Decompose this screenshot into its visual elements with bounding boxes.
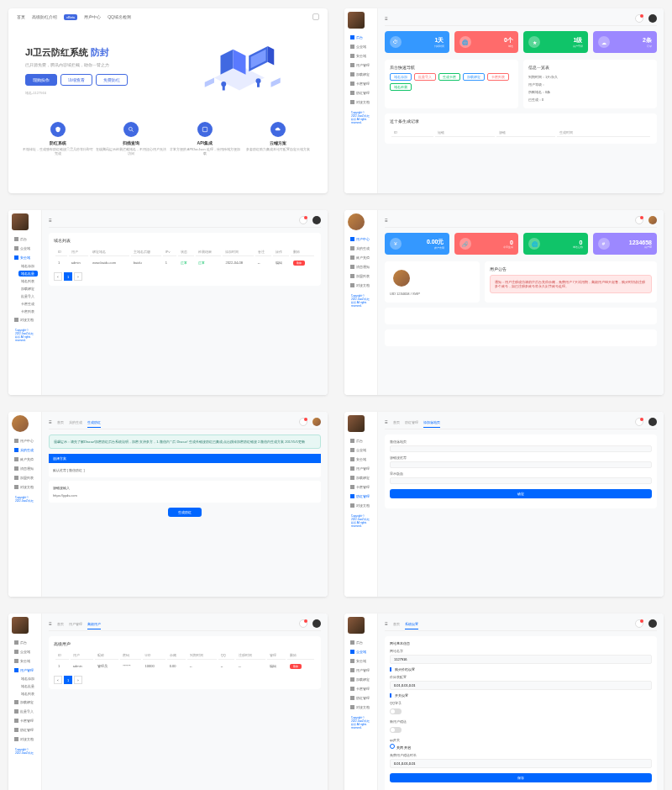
- nav-item[interactable]: 后台: [12, 639, 38, 646]
- toggle-switch[interactable]: [390, 708, 402, 714]
- hamburger-icon[interactable]: ☰: [385, 622, 388, 626]
- avatar[interactable]: [348, 213, 365, 230]
- avatar-small[interactable]: [648, 216, 657, 224]
- tag-link[interactable]: 域名检测: [390, 83, 412, 91]
- nav-item[interactable]: 消息通知: [12, 465, 38, 472]
- nav-item[interactable]: 我的生成: [12, 446, 38, 454]
- nav-item[interactable]: 卡密管理: [348, 80, 374, 87]
- nav-item[interactable]: 企业域: [12, 648, 38, 656]
- table-row[interactable]: 1adminwww.baidu.combaidu1正常正常2022-04-08-…: [55, 258, 314, 267]
- nav-item[interactable]: 对接文档: [348, 282, 374, 289]
- bell-icon[interactable]: [635, 14, 643, 23]
- nav-item[interactable]: 安全域: [348, 657, 374, 665]
- nav-item[interactable]: 安全域: [12, 254, 38, 261]
- bell-icon[interactable]: [635, 216, 643, 224]
- toggle-switch[interactable]: [390, 727, 402, 733]
- avatar-small[interactable]: [312, 619, 321, 628]
- hamburger-icon[interactable]: ☰: [385, 219, 388, 223]
- nav-item[interactable]: 对接文档: [12, 483, 38, 491]
- nav-item[interactable]: 消息通知: [348, 263, 374, 271]
- page-next[interactable]: ›: [74, 272, 82, 281]
- page-prev[interactable]: ‹: [54, 676, 62, 684]
- hamburger-icon[interactable]: ☰: [49, 219, 52, 223]
- submit-button[interactable]: 确定: [390, 489, 652, 498]
- nav-item[interactable]: 安全域: [12, 657, 38, 665]
- nav-item[interactable]: 加载绑定: [348, 71, 374, 78]
- avatar-small[interactable]: [648, 14, 657, 23]
- avatar[interactable]: [348, 415, 365, 432]
- nav-item[interactable]: 企业域: [348, 446, 374, 454]
- bell-icon[interactable]: [299, 418, 307, 426]
- nav-item[interactable]: 安全域: [348, 52, 374, 60]
- text-input[interactable]: 1127916: [390, 655, 652, 664]
- nav-item[interactable]: 卡密管理: [348, 685, 374, 693]
- primary-cta-button[interactable]: 现购操作: [25, 74, 57, 86]
- nav-item[interactable]: 企业域: [12, 245, 38, 252]
- nav-item[interactable]: 防红管理: [12, 726, 38, 734]
- nav-item[interactable]: 卡密管理: [12, 717, 38, 724]
- avatar-small[interactable]: [312, 418, 321, 426]
- radio-button[interactable]: [390, 744, 395, 749]
- avatar-small[interactable]: [312, 216, 321, 224]
- avatar-small[interactable]: [648, 619, 657, 628]
- submenu-item[interactable]: 域名批量: [18, 271, 38, 276]
- nav-item[interactable]: 加盟列表: [348, 272, 374, 280]
- nav-item[interactable]: 用户管理: [12, 666, 38, 674]
- delete-button[interactable]: 删除: [290, 664, 302, 669]
- nav-item[interactable]: 加载绑定: [348, 676, 374, 683]
- text-input[interactable]: 0.01,0.01,0.01: [390, 759, 652, 768]
- outline-button[interactable]: 免费防红: [96, 74, 128, 86]
- page-prev[interactable]: ‹: [54, 272, 62, 281]
- nav-item[interactable]: 对接文档: [348, 502, 374, 509]
- nav-item[interactable]: 对接文档: [12, 316, 38, 324]
- nav-item[interactable]: 用户中心: [12, 437, 38, 445]
- nav-item[interactable]: 企业域: [348, 43, 374, 50]
- nav-item[interactable]: 我的生成: [348, 245, 374, 252]
- submenu-item[interactable]: 卡密生成: [18, 301, 38, 307]
- nav-item[interactable]: 加载绑定: [348, 474, 374, 482]
- nav-item[interactable]: 加载绑定: [12, 698, 38, 706]
- text-input[interactable]: 0.01,0.01,0.01: [390, 681, 652, 690]
- nav-item[interactable]: 用户管理: [348, 61, 374, 69]
- tag-link[interactable]: 卡密列表: [487, 73, 509, 81]
- submenu-item[interactable]: 域名列表: [18, 278, 38, 284]
- page-next[interactable]: ›: [74, 676, 82, 684]
- nav-link[interactable]: 用户中心: [84, 14, 101, 19]
- nav-item[interactable]: 账户充值: [348, 254, 374, 261]
- tag-link[interactable]: 生成卡密: [438, 73, 460, 81]
- bell-icon[interactable]: [299, 619, 307, 628]
- nav-item[interactable]: 后台: [348, 639, 374, 646]
- avatar[interactable]: [348, 12, 365, 29]
- nav-item[interactable]: 对接文档: [12, 735, 38, 743]
- submenu-item[interactable]: 加载绑定: [18, 286, 38, 292]
- user-icon[interactable]: [312, 13, 319, 20]
- bell-icon[interactable]: [635, 418, 643, 426]
- text-input[interactable]: [390, 461, 652, 468]
- url-input[interactable]: https://yyds.com: [53, 492, 317, 499]
- avatar-small[interactable]: [648, 418, 657, 426]
- submenu-item[interactable]: 域名添加: [18, 676, 38, 682]
- nav-item[interactable]: 卡密管理: [348, 483, 374, 491]
- tag-link[interactable]: 批量导入: [414, 73, 436, 81]
- nav-item[interactable]: 企业域: [348, 648, 374, 656]
- tag-link[interactable]: 域名添加: [390, 73, 412, 81]
- nav-item[interactable]: 用户管理: [348, 666, 374, 674]
- nav-link[interactable]: 高级防红介绍: [32, 14, 57, 19]
- nav-item[interactable]: 后台: [348, 437, 374, 445]
- text-input[interactable]: [390, 477, 652, 484]
- avatar[interactable]: [12, 617, 29, 634]
- nav-item[interactable]: 防红管理: [348, 89, 374, 97]
- hamburger-icon[interactable]: ☰: [49, 622, 52, 626]
- avatar[interactable]: [348, 617, 365, 634]
- submenu-item[interactable]: 批量导入: [18, 293, 38, 299]
- page-number[interactable]: 1: [64, 272, 72, 281]
- save-button[interactable]: 保存: [390, 773, 652, 782]
- submenu-item[interactable]: 域名添加: [18, 263, 38, 269]
- avatar[interactable]: [12, 213, 29, 230]
- nav-link[interactable]: 首页: [17, 14, 25, 19]
- delete-button[interactable]: 删除: [293, 261, 305, 266]
- nav-item[interactable]: 安全域: [348, 456, 374, 463]
- nav-item[interactable]: 防红管理: [348, 694, 374, 702]
- page-number[interactable]: 1: [64, 676, 72, 684]
- bell-icon[interactable]: [635, 619, 643, 628]
